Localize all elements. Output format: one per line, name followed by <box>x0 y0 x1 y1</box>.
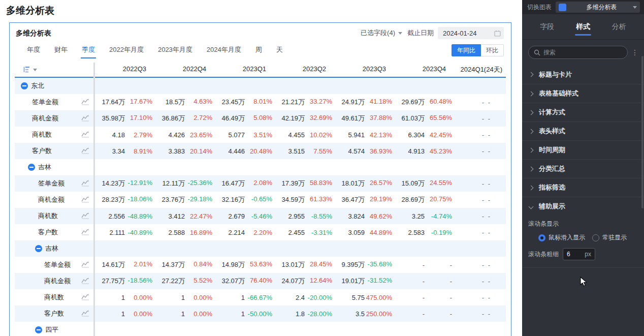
trend-chart-icon[interactable] <box>81 212 89 219</box>
metric-label[interactable]: 签单金额 <box>32 98 58 107</box>
trend-chart-icon[interactable] <box>81 131 89 138</box>
radio-hover-show-label[interactable]: 鼠标滑入显示 <box>549 233 585 242</box>
yoy-toggle-button[interactable]: 年同比 <box>452 44 481 56</box>
metric-percent: 16.89% <box>185 229 213 236</box>
kebab-menu-icon[interactable]: ⋮ <box>630 51 640 54</box>
value-cell-pair: 27.75万-18.56% <box>93 277 153 286</box>
metric-percent: -31.52% <box>365 277 393 286</box>
search-input[interactable] <box>543 49 622 56</box>
table-row: 商机数10.00%10.00%1-66.67%2.4-20.00%5.75475… <box>15 289 506 306</box>
period-tab-7[interactable]: 天 <box>269 42 290 59</box>
period-tab-6[interactable]: 周 <box>248 42 269 59</box>
trend-chart-icon[interactable] <box>81 180 89 187</box>
section-label: 时间周期 <box>539 145 565 155</box>
metric-value: 17.39万 <box>273 179 305 188</box>
section-5[interactable]: 分类汇总 <box>522 159 644 178</box>
radio-hover-show[interactable] <box>538 234 545 241</box>
metric-percent: -0.19% <box>425 229 453 236</box>
metric-value: 9.395万 <box>333 260 365 269</box>
section-0[interactable]: 标题与卡片 <box>522 65 644 84</box>
metric-label[interactable]: 客户数 <box>32 146 52 156</box>
trend-chart-icon[interactable] <box>81 310 89 317</box>
radio-always-show-label[interactable]: 常驻显示 <box>602 233 627 242</box>
table-row: 客户数3.348.91%3.38320.14%4.44620.48%3.5157… <box>15 143 506 159</box>
metric-percent: 20.14% <box>185 147 213 155</box>
metric-value: 23.76万 <box>153 195 185 204</box>
table-row: 商机数2.556-48.89%3.41222.47%2.679-5.46%2.9… <box>15 208 506 224</box>
section-1[interactable]: 表格基础样式 <box>522 84 644 103</box>
metric-percent: 8.91% <box>125 147 153 155</box>
mom-toggle-button[interactable]: 环比 <box>481 44 504 56</box>
section-6[interactable]: 指标筛选 <box>522 178 644 197</box>
collapse-minus-icon[interactable] <box>35 326 42 333</box>
section-3[interactable]: 表头样式 <box>522 121 644 140</box>
section-2[interactable]: 计算方式 <box>522 103 644 121</box>
frozen-column-scrollbar[interactable] <box>93 63 95 336</box>
empty-period-cell: - - <box>453 115 503 123</box>
trend-chart-icon[interactable] <box>81 115 89 121</box>
metric-label[interactable]: 商机数 <box>32 130 52 139</box>
trend-chart-icon[interactable] <box>81 196 89 203</box>
metric-value: 3.383 <box>153 147 185 155</box>
period-tab-4[interactable]: 2023年月度 <box>151 42 200 59</box>
metric-percent: 32.69% <box>305 114 333 123</box>
radio-always-show[interactable] <box>592 234 599 241</box>
column-header: 2023Q2 <box>273 65 333 74</box>
value-cell-pair: 16.47万2.08% <box>213 179 273 188</box>
metric-percent: 8.01% <box>245 98 273 107</box>
period-tab-1[interactable]: 财年 <box>47 42 75 59</box>
scrollbar-thickness-input[interactable]: px <box>563 248 595 260</box>
table-header-row: 2022Q32022Q42023Q12023Q22023Q32023Q42024… <box>15 63 506 78</box>
trend-chart-icon[interactable] <box>81 294 89 300</box>
group-label[interactable]: 东北 <box>31 81 44 90</box>
panel-tab-0[interactable]: 字段 <box>538 17 556 37</box>
section-7[interactable]: 辅助展示 <box>522 197 644 216</box>
group-label[interactable]: 吉林 <box>38 163 51 172</box>
panel-tab-2[interactable]: 分析 <box>610 17 628 37</box>
collapse-minus-icon[interactable] <box>35 245 42 252</box>
collapse-minus-icon[interactable] <box>21 82 28 89</box>
collapse-minus-icon[interactable] <box>28 164 35 171</box>
period-tab-5[interactable]: 2024年月度 <box>200 42 248 59</box>
trend-chart-icon[interactable] <box>81 229 89 235</box>
metric-percent: 0.00% <box>185 294 213 301</box>
trend-chart-icon[interactable] <box>81 278 89 284</box>
section-4[interactable]: 时间周期 <box>522 140 644 159</box>
metric-label[interactable]: 商机金额 <box>44 277 71 286</box>
metric-label[interactable]: 商机数 <box>44 293 64 302</box>
selected-fields-dropdown[interactable]: 已选字段(4) <box>361 28 395 38</box>
metric-percent: 0.00% <box>125 294 153 301</box>
value-cell-pair: 5.94142.13% <box>333 131 393 139</box>
search-box[interactable] <box>528 46 628 59</box>
period-tab-2[interactable]: 季度 <box>75 42 102 59</box>
metric-label[interactable]: 商机金额 <box>38 195 65 204</box>
group-label[interactable]: 吉林 <box>45 244 58 253</box>
value-cell-pair: 18.5万4.63% <box>153 98 213 107</box>
chart-type-dropdown[interactable]: 多维分析表 <box>556 2 640 13</box>
metric-label[interactable]: 商机数 <box>38 211 58 221</box>
chevron-down-icon[interactable] <box>398 32 402 35</box>
metric-label[interactable]: 签单金额 <box>38 179 65 188</box>
metric-label[interactable]: 商机金额 <box>32 114 58 123</box>
value-cell-pair: 2.4-20.00% <box>273 294 333 301</box>
period-tab-0[interactable]: 年度 <box>20 42 47 59</box>
period-tab-3[interactable]: 2022年月度 <box>102 42 151 59</box>
panel-tab-1[interactable]: 样式 <box>574 17 592 37</box>
panel-scrollbar[interactable] <box>641 56 643 208</box>
deadline-date-input[interactable]: 2024-01-24 <box>438 27 504 39</box>
trend-chart-icon[interactable] <box>81 99 89 105</box>
metric-label[interactable]: 签单金额 <box>44 260 71 269</box>
tree-hierarchy-icon[interactable] <box>23 66 30 73</box>
metric-label[interactable]: 客户数 <box>44 309 64 318</box>
thickness-value-input[interactable] <box>567 251 581 258</box>
metric-value: 2.556 <box>93 212 125 220</box>
group-label[interactable]: 四平 <box>45 325 58 334</box>
chevron-down-icon[interactable] <box>33 69 37 71</box>
metric-label[interactable]: 客户数 <box>38 228 58 237</box>
scrollbar-display-label: 滚动条显示 <box>528 220 638 228</box>
trend-chart-icon[interactable] <box>81 261 89 268</box>
metric-percent: 44.89% <box>365 229 393 236</box>
value-cell-pair: 14.98万53.63% <box>213 260 273 269</box>
trend-chart-icon[interactable] <box>81 147 89 154</box>
value-cell-pair: 10.00% <box>93 294 153 301</box>
